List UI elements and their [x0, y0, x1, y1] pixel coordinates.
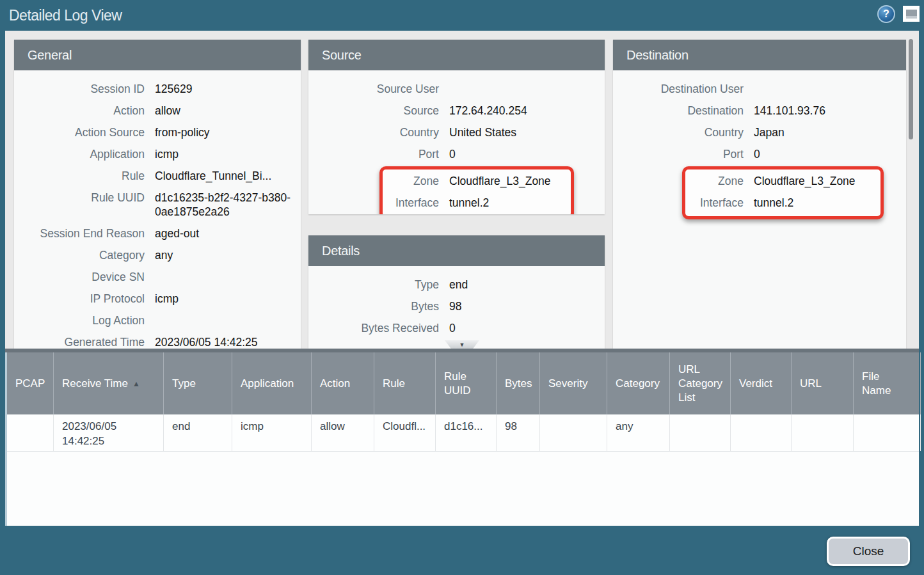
field-value: United States — [449, 125, 601, 139]
field-row-action: Action allow — [14, 100, 301, 122]
field-label: Zone — [685, 174, 744, 188]
general-panel: General Session ID 125629 Action allow A… — [14, 40, 301, 349]
destination-panel-body: Destination User Destination 141.101.93.… — [613, 70, 906, 219]
close-button[interactable]: Close — [827, 537, 910, 566]
window-icon[interactable] — [903, 6, 920, 22]
field-label: Device SN — [14, 270, 145, 284]
field-row-destination-zone: Zone Cloudflare_L3_Zone — [685, 171, 880, 193]
field-label: Log Action — [14, 313, 145, 327]
field-value: Cloudflare_Tunnel_Bi... — [155, 169, 297, 183]
cell-file-name[interactable] — [854, 414, 921, 451]
column-header-bytes[interactable]: Bytes — [497, 352, 540, 414]
column-label: Application — [241, 377, 294, 391]
title-bar: Detailed Log View ? — [0, 0, 924, 31]
field-row-action-source: Action Source from-policy — [14, 122, 301, 144]
field-row-source-interface: Interface tunnel.2 — [383, 193, 571, 214]
field-label: Action — [14, 104, 145, 118]
field-row-destination-user: Destination User — [613, 79, 906, 100]
log-table: PCAP Receive Time ▲ Type Application Act… — [5, 352, 919, 526]
cell-verdict[interactable] — [731, 414, 792, 451]
field-value: d1c16235-b2f2-4327-b380-0ae1875e2a26 — [155, 191, 297, 219]
column-header-url-category-list[interactable]: URL Category List — [670, 352, 731, 414]
chevron-down-icon: ▼ — [459, 342, 465, 348]
column-label: Severity — [548, 377, 587, 391]
field-row-source-country: Country United States — [308, 122, 605, 144]
help-icon[interactable]: ? — [877, 5, 895, 23]
field-row-category: Category any — [14, 245, 301, 267]
field-label: Generated Time — [14, 335, 145, 349]
cell-bytes[interactable]: 98 — [497, 414, 540, 451]
cell-text: d1c16... — [444, 420, 483, 432]
cell-pcap[interactable] — [7, 414, 54, 451]
column-label: Receive Time — [62, 377, 128, 391]
column-header-rule[interactable]: Rule — [374, 352, 436, 414]
column-header-action[interactable]: Action — [312, 352, 374, 414]
column-header-application[interactable]: Application — [232, 352, 312, 414]
cell-type[interactable]: end — [164, 414, 232, 451]
source-panel-body: Source User Source 172.64.240.254 Countr… — [308, 70, 605, 214]
column-header-pcap[interactable]: PCAP — [7, 352, 54, 414]
field-label: Category — [14, 248, 145, 262]
sort-asc-icon: ▲ — [132, 377, 140, 391]
cell-text: 98 — [505, 420, 517, 432]
field-row-session-end-reason: Session End Reason aged-out — [14, 223, 301, 245]
cell-category[interactable]: any — [607, 414, 670, 451]
help-icon-glyph: ? — [883, 8, 889, 20]
field-label: Destination User — [613, 82, 744, 96]
field-label: Session End Reason — [14, 226, 145, 240]
vertical-scrollbar-thumb[interactable] — [909, 39, 913, 139]
cell-severity[interactable] — [540, 414, 607, 451]
field-value — [155, 313, 297, 327]
field-label: Source — [308, 104, 439, 118]
cell-application[interactable]: icmp — [232, 414, 312, 451]
field-label: Port — [613, 147, 744, 161]
column-header-rule-uuid[interactable]: Rule UUID — [436, 352, 497, 414]
column-header-category[interactable]: Category — [607, 352, 670, 414]
field-label: Bytes Received — [308, 321, 439, 335]
dialog-title: Detailed Log View — [9, 7, 122, 24]
field-value: 0 — [754, 147, 902, 161]
cell-action[interactable]: allow — [312, 414, 374, 451]
field-label: Source User — [308, 82, 439, 96]
field-value: from-policy — [155, 125, 297, 139]
field-row-destination-address: Destination 141.101.93.76 — [613, 100, 906, 122]
field-row-source-address: Source 172.64.240.254 — [308, 100, 605, 122]
column-label: Bytes — [505, 377, 532, 391]
column-header-verdict[interactable]: Verdict — [731, 352, 792, 414]
column-header-url[interactable]: URL — [792, 352, 854, 414]
column-header-receive-time[interactable]: Receive Time ▲ — [54, 352, 164, 414]
field-row-bytes: Bytes 98 — [308, 296, 605, 318]
column-header-type[interactable]: Type — [164, 352, 232, 414]
column-header-file-name[interactable]: File Name — [854, 352, 921, 414]
field-value: Cloudflare_L3_Zone — [754, 174, 877, 188]
field-value: Japan — [754, 125, 902, 139]
field-label: Rule UUID — [14, 191, 145, 219]
column-label: URL Category List — [678, 363, 725, 405]
column-label: Action — [320, 377, 350, 391]
column-label: Category — [616, 377, 660, 391]
field-row-destination-country: Country Japan — [613, 122, 906, 144]
field-row-rule-uuid: Rule UUID d1c16235-b2f2-4327-b380-0ae187… — [14, 187, 301, 223]
field-row-device-sn: Device SN — [14, 267, 301, 288]
column-header-severity[interactable]: Severity — [540, 352, 607, 414]
field-value: icmp — [155, 292, 297, 306]
field-label: Destination — [613, 104, 744, 118]
cell-url[interactable] — [792, 414, 854, 451]
field-label: Country — [613, 125, 744, 139]
log-table-header-row: PCAP Receive Time ▲ Type Application Act… — [7, 352, 919, 414]
field-row-rule: Rule Cloudflare_Tunnel_Bi... — [14, 166, 301, 187]
field-value: Cloudflare_L3_Zone — [449, 174, 567, 188]
cell-rule-uuid[interactable]: d1c16... — [436, 414, 497, 451]
cell-text: icmp — [241, 420, 264, 432]
field-value: icmp — [155, 147, 297, 161]
log-table-row[interactable]: 2023/06/05 14:42:25 end icmp allow Cloud… — [7, 414, 919, 452]
column-label: Rule — [383, 377, 405, 391]
destination-panel-header: Destination — [613, 40, 906, 70]
detail-panels-region: General Session ID 125629 Action allow A… — [5, 31, 919, 349]
field-label: Session ID — [14, 82, 145, 96]
cell-url-category-list[interactable] — [670, 414, 731, 451]
destination-zone-highlight-box: Zone Cloudflare_L3_Zone Interface tunnel… — [682, 166, 884, 219]
cell-rule[interactable]: Cloudfl... — [374, 414, 436, 451]
cell-receive-time[interactable]: 2023/06/05 14:42:25 — [54, 414, 164, 451]
field-label: Application — [14, 147, 145, 161]
